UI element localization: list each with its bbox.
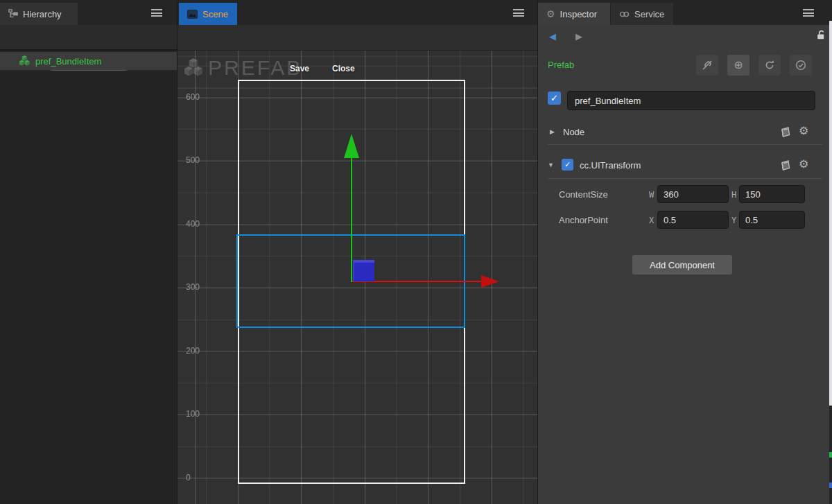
uitransform-enabled-checkbox[interactable]: ✓ [562,159,573,171]
gizmo-y-arrowhead[interactable] [344,134,359,158]
tab-scene[interactable]: Scene [179,3,237,25]
ruler-label: 0 [186,473,191,483]
tree-item-pref-bundleitem[interactable]: pref_BundleItem [0,52,177,70]
gear-icon[interactable]: ⚙ [799,125,808,137]
anchorpoint-x-input[interactable] [657,211,729,229]
contentsize-w-label: W [649,190,654,200]
scene-panel: Scene [177,0,538,504]
locate-prefab-asset-button[interactable]: ⊕ [727,55,749,76]
history-forward-button[interactable]: ▶ [575,31,582,42]
node-name-input[interactable] [567,91,815,110]
gear-icon: ⚙ [546,9,555,19]
hierarchy-toolbar: + ▼ [0,25,177,51]
ruler-label: 300 [186,282,200,292]
scene-tabbar: Scene [177,0,537,25]
inspector-tabbar: ⚙ Inspector Service [538,0,832,25]
section-divider [548,178,822,179]
background-window-edge [829,21,832,406]
gizmo-anchor-handle[interactable] [353,260,374,281]
node-expand-arrow[interactable]: ▶ [550,128,555,135]
inspector-panel: ⚙ Inspector Service ◀ ▶ Prefab [538,0,832,504]
check-icon: ✓ [564,160,571,169]
gizmo-y-axis[interactable] [351,157,352,282]
restore-prefab-button[interactable] [759,55,781,76]
prefab-watermark-icon [184,58,205,79]
prefab-save-button[interactable]: Save [290,64,309,73]
background-window-edge [829,452,832,458]
hierarchy-icon [8,9,18,19]
uitransform-expand-arrow[interactable]: ▼ [548,162,554,168]
hierarchy-tabbar: Hierarchy [0,0,177,25]
gear-icon[interactable]: ⚙ [799,159,808,170]
hierarchy-panel: Hierarchy + ▼ [0,0,177,504]
scene-menu-icon[interactable] [513,9,524,17]
tab-inspector[interactable]: ⚙ Inspector [538,3,610,25]
contentsize-h-input[interactable] [739,185,805,203]
prefab-watermark-label: PREFAB [208,56,302,80]
add-component-label: Add Component [650,260,715,270]
contentsize-h-label: H [731,190,736,200]
tab-service[interactable]: Service [611,3,673,25]
scene-toolbar: Default De... ▼ ▼ ⚙ ▼ [177,25,537,51]
ruler-label: 100 [186,409,200,419]
anchorpoint-label: AnchorPoint [559,215,608,225]
docs-icon[interactable] [779,159,792,171]
refresh-icon [764,60,775,71]
unlink-prefab-button[interactable] [696,55,718,76]
background-window-edge [829,483,832,488]
contentsize-label: ContentSize [559,189,608,200]
docs-icon[interactable] [779,126,792,138]
ruler-label: 400 [186,219,200,229]
history-back-button[interactable]: ◀ [549,31,556,42]
uitransform-section-header[interactable]: cc.UITransform [580,160,641,171]
anchorpoint-y-input[interactable] [739,211,805,229]
gizmo-x-arrowhead[interactable] [481,275,499,288]
ruler-label: 500 [186,155,200,165]
hierarchy-menu-icon[interactable] [151,9,162,17]
prefab-badge: Prefab [548,60,574,70]
check-circle-icon [795,60,806,71]
inspector-menu-icon[interactable] [803,9,814,17]
section-divider [548,144,822,145]
tab-hierarchy[interactable]: Hierarchy [0,3,78,25]
tree-item-label: pref_BundleItem [35,56,101,67]
ruler-label: 600 [186,92,200,102]
scene-tab-label: Scene [202,9,228,19]
prefab-close-button[interactable]: Close [332,64,355,73]
unlock-icon[interactable] [815,29,827,41]
hierarchy-tab-label: Hierarchy [23,9,62,19]
anchorpoint-y-label: Y [731,216,736,225]
link-icon [619,10,630,18]
check-icon: ✓ [551,93,558,103]
inspector-tab-label: Inspector [560,9,597,19]
anchorpoint-x-label: X [649,216,654,225]
unlink-icon [702,60,713,71]
node-enabled-checkbox[interactable]: ✓ [548,92,561,105]
apply-prefab-button[interactable] [790,55,812,76]
contentsize-w-input[interactable] [657,185,729,203]
crosshair-icon: ⊕ [734,60,743,71]
scene-image-icon [187,10,198,19]
add-component-button[interactable]: Add Component [632,255,732,275]
node-section-header[interactable]: Node [563,127,584,137]
ruler-label: 200 [186,346,200,356]
scene-viewport[interactable]: PREFAB Save Close 600 500 400 300 200 10… [177,51,537,504]
prefab-cube-icon [19,55,31,67]
service-tab-label: Service [634,9,664,19]
